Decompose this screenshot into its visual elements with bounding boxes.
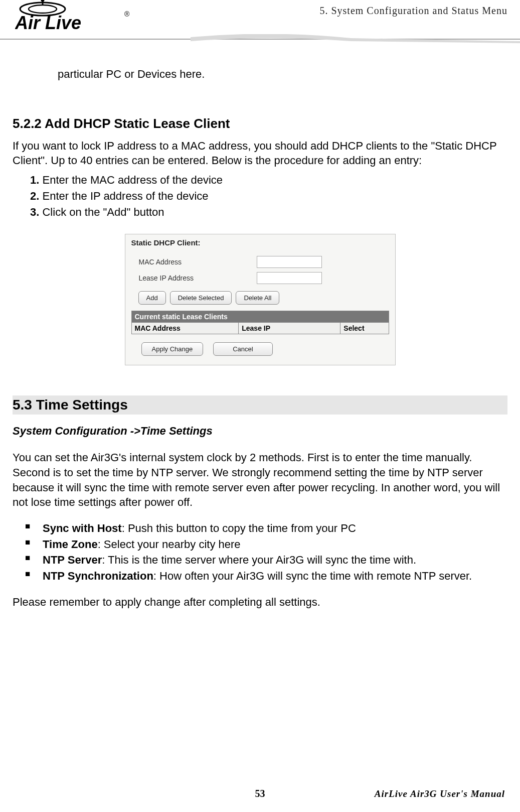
- steps-list: 1. Enter the MAC address of the device 2…: [30, 174, 507, 219]
- page-content: particular PC or Devices here. 5.2.2 Add…: [0, 45, 520, 609]
- svg-text:®: ®: [124, 10, 130, 18]
- screenshot-panel-wrap: Static DHCP Client: MAC Address Lease IP…: [13, 234, 507, 365]
- svg-point-1: [29, 5, 57, 13]
- cancel-button[interactable]: Cancel: [213, 342, 272, 356]
- breadcrumb-path: System Configuration ->Time Settings: [13, 425, 507, 438]
- mac-input[interactable]: [257, 256, 322, 268]
- delete-all-button[interactable]: Delete All: [236, 291, 279, 305]
- static-dhcp-panel: Static DHCP Client: MAC Address Lease IP…: [125, 234, 396, 365]
- mac-input-row: MAC Address: [131, 256, 389, 268]
- section-522-heading: 5.2.2 Add DHCP Static Lease Client: [13, 116, 507, 131]
- delete-selected-button[interactable]: Delete Selected: [170, 291, 232, 305]
- page-number: 53: [255, 788, 265, 799]
- leaseip-input[interactable]: [257, 272, 322, 284]
- section-522-intro: If you want to lock IP address to a MAC …: [13, 139, 507, 168]
- airlive-logo: Air Live ®: [15, 0, 135, 37]
- step-item: 1. Enter the MAC address of the device: [30, 174, 507, 187]
- action-buttons-row: Add Delete Selected Delete All: [138, 291, 389, 305]
- svg-text:Air Live: Air Live: [15, 13, 81, 33]
- leaseip-label: Lease IP Address: [131, 274, 252, 282]
- footer-manual-title: AirLive Air3G User's Manual: [375, 788, 505, 799]
- page-header: Air Live ® 5. System Configuration and S…: [0, 0, 520, 45]
- header-rule-graphic: [0, 34, 520, 49]
- table-caption: Current static Lease Clients: [131, 311, 389, 322]
- apply-change-button[interactable]: Apply Change: [141, 342, 204, 356]
- th-mac: MAC Address: [131, 323, 239, 334]
- svg-point-3: [41, 0, 45, 2]
- bullet-list: Sync with Host: Push this button to copy…: [25, 521, 507, 584]
- step-item: 3. Click on the "Add" button: [30, 206, 507, 219]
- section-53-heading: 5.3 Time Settings: [13, 395, 507, 415]
- bullet-item: Sync with Host: Push this button to copy…: [25, 521, 507, 536]
- bullet-item: Time Zone: Select your nearby city here: [25, 537, 507, 552]
- panel-title: Static DHCP Client:: [131, 238, 389, 247]
- mac-label: MAC Address: [131, 258, 252, 266]
- bullet-item: NTP Server: This is the time server wher…: [25, 553, 507, 568]
- page-footer: 53 AirLive Air3G User's Manual: [0, 788, 520, 799]
- bullet-item: NTP Synchronization: How often your Air3…: [25, 569, 507, 584]
- section-53-intro: You can set the Air3G's internal system …: [13, 450, 507, 510]
- th-lease: Lease IP: [239, 323, 340, 334]
- lease-table-panel: Current static Lease Clients MAC Address…: [131, 311, 389, 334]
- add-button[interactable]: Add: [138, 291, 166, 305]
- lease-table: MAC Address Lease IP Select: [131, 322, 389, 334]
- section-53-closing: Please remember to apply change after co…: [13, 595, 507, 610]
- carryover-text: particular PC or Devices here.: [58, 68, 507, 81]
- step-item: 2. Enter the IP address of the device: [30, 190, 507, 203]
- th-select: Select: [340, 323, 389, 334]
- chapter-title: 5. System Configuration and Status Menu: [319, 5, 507, 17]
- apply-row: Apply Change Cancel: [141, 342, 389, 356]
- leaseip-input-row: Lease IP Address: [131, 272, 389, 284]
